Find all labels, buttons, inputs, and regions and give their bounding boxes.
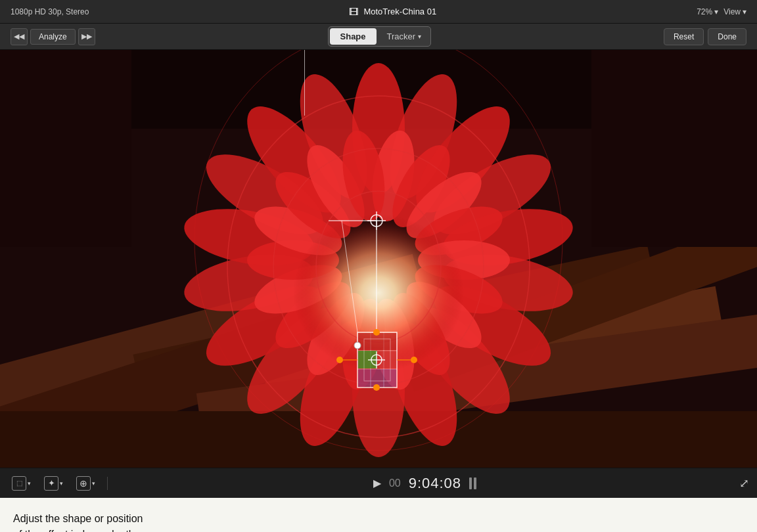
pause-bar-right [474,477,476,489]
annotation-line [304,50,305,116]
toolbar: ◀◀ Analyze ▶▶ Shape Tracker ▾ Reset Done [0,24,757,50]
prev-button[interactable]: ◀◀ [11,28,28,45]
playback-controls: ▶ 00 9:04:08 [116,475,734,492]
crop-tool-button[interactable]: ⬚ ▾ [8,474,35,493]
reset-button[interactable]: Reset [664,28,704,45]
crop-icon: ⬚ [12,476,26,491]
shape-tab[interactable]: Shape [330,28,377,45]
effect-chevron-icon: ▾ [92,480,95,487]
video-area [0,50,757,468]
magic-icon: ✦ [44,476,58,491]
done-button[interactable]: Done [708,28,746,45]
project-info: 🎞 MotoTrek-China 01 [349,7,436,17]
effect-icon: ⊕ [76,476,91,491]
bottom-controls: ⬚ ▾ ✦ ▾ ⊕ ▾ ▶ 00 9:04:08 ⤢ [0,468,757,498]
tracker-chevron-icon: ▾ [418,33,421,40]
divider [107,477,108,490]
play-button[interactable]: ▶ [373,477,381,489]
top-bar-right: 72% ▾ View ▾ [697,7,746,16]
shape-tracker-group: Shape Tracker ▾ [328,26,432,47]
timecode-prefix: 00 [389,477,401,489]
caption-text: Adjust the shape or position of the effe… [13,511,143,532]
analyze-button[interactable]: Analyze [30,29,76,45]
video-info: 1080p HD 30p, Stereo [11,7,89,16]
video-background [0,50,757,468]
project-name: MotoTrek-China 01 [363,7,436,16]
film-icon: 🎞 [349,7,358,17]
caption-area: Adjust the shape or position of the effe… [0,498,757,532]
pause-indicator [469,477,476,489]
crop-chevron-icon: ▾ [28,480,31,487]
toolbar-right: Reset Done [664,28,746,45]
tracker-tab[interactable]: Tracker ▾ [378,28,431,45]
pause-bar-left [469,477,472,489]
effect-tool-button[interactable]: ⊕ ▾ [72,474,99,493]
toolbar-left: ◀◀ Analyze ▶▶ [11,28,95,45]
fullscreen-button[interactable]: ⤢ [739,476,749,491]
timecode-display: 9:04:08 [409,475,461,492]
magic-tool-button[interactable]: ✦ ▾ [40,474,67,493]
next-button[interactable]: ▶▶ [78,28,95,45]
view-button[interactable]: View ▾ [723,7,746,16]
magic-chevron-icon: ▾ [60,480,63,487]
zoom-button[interactable]: 72% ▾ [697,7,718,16]
top-bar: 1080p HD 30p, Stereo 🎞 MotoTrek-China 01… [0,0,757,24]
